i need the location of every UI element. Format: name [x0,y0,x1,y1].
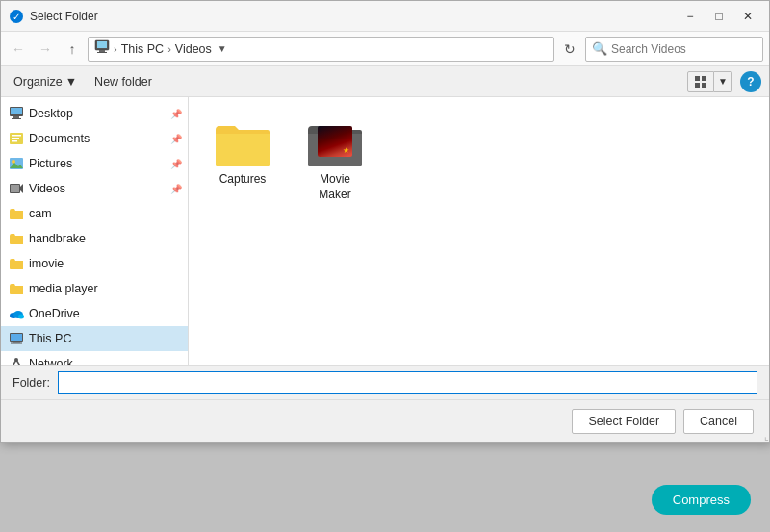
svg-rect-28 [11,334,22,341]
folder-text-input[interactable] [58,371,757,394]
new-folder-label: New folder [94,75,152,89]
onedrive-icon [9,306,24,321]
dialog-icon: ✓ [9,9,24,24]
file-area: Captures ★ Movie Maker [189,97,769,365]
network-icon [9,356,24,365]
maximize-button[interactable]: □ [706,6,732,27]
folder-input-bar: Folder: [1,365,769,399]
dialog-title: Select Folder [30,10,677,23]
sidebar-item-pictures-label: Pictures [29,157,166,170]
back-button[interactable]: ← [7,38,30,61]
svg-point-26 [18,315,24,319]
select-folder-button[interactable]: Select Folder [572,409,676,434]
path-this-pc[interactable]: This PC [121,42,164,56]
folder-item-captures[interactable]: Captures [204,113,281,208]
svg-rect-5 [97,52,107,53]
pin-icon-pictures: 📌 [170,159,182,169]
title-bar: ✓ Select Folder − □ ✕ [1,1,769,32]
sidebar-item-desktop-label: Desktop [29,107,166,120]
folder-item-movie-maker[interactable]: ★ Movie Maker [296,113,373,208]
sidebar-item-videos[interactable]: Videos 📌 [1,176,188,201]
path-sep-1: › [114,43,117,55]
svg-point-19 [12,160,15,164]
cancel-button[interactable]: Cancel [683,409,754,434]
svg-line-34 [12,360,16,365]
captures-folder-icon-wrap [214,118,271,168]
select-folder-dialog: ✓ Select Folder − □ ✕ ← → ↑ › This PC [0,0,770,443]
svg-rect-3 [97,41,107,48]
resize-grip[interactable]: ⌞ [757,430,769,442]
address-bar: ← → ↑ › This PC › Videos ▼ ↻ 🔍 [1,32,769,66]
compress-button[interactable]: Compress [652,485,751,515]
sidebar-item-documents-label: Documents [29,132,166,145]
sidebar-item-network[interactable]: Network [1,351,188,365]
title-bar-controls: − □ ✕ [677,6,761,27]
new-folder-button[interactable]: New folder [90,72,157,91]
minimize-button[interactable]: − [677,6,704,27]
path-bar: › This PC › Videos ▼ [88,37,554,62]
up-button[interactable]: ↑ [61,38,84,61]
svg-rect-17 [12,140,17,142]
captures-label: Captures [219,172,267,188]
path-videos[interactable]: Videos [175,42,212,56]
search-box: 🔍 [585,37,763,62]
sidebar-item-handbrake-label: handbrake [29,232,182,245]
movie-maker-label: Movie Maker [302,172,368,202]
svg-rect-13 [12,118,21,119]
path-dropdown-button[interactable]: ▼ [216,43,229,54]
pin-icon-desktop: 📌 [170,109,182,119]
sidebar-item-media-player[interactable]: media player [1,276,188,301]
sidebar-item-cam-label: cam [29,207,182,220]
sidebar-item-cam[interactable]: cam [1,201,188,226]
sidebar-item-pictures[interactable]: Pictures 📌 [1,151,188,176]
svg-rect-30 [11,343,22,344]
sidebar-item-media-player-label: media player [29,282,182,295]
search-icon: 🔍 [592,41,607,56]
svg-rect-4 [99,50,105,52]
svg-rect-29 [13,342,20,343]
media-player-folder-icon [9,281,24,296]
movie-maker-folder-icon-wrap: ★ [306,118,364,168]
svg-line-35 [16,360,21,365]
forward-button[interactable]: → [34,38,57,61]
path-computer-icon [94,39,110,58]
button-bar: Select Folder Cancel [1,399,769,442]
sidebar-item-network-label: Network [29,357,182,365]
svg-rect-11 [11,108,22,114]
documents-icon [9,131,24,146]
view-dropdown-button[interactable]: ▼ [714,71,732,92]
imovie-folder-icon [9,256,24,271]
svg-rect-7 [702,76,706,81]
nav-tree: Desktop 📌 Documents 📌 [1,97,189,365]
close-button[interactable]: ✕ [734,6,761,27]
svg-rect-15 [12,135,21,137]
path-sep-2: › [167,43,171,55]
view-mode-button[interactable] [687,71,714,92]
this-pc-icon [9,331,24,346]
sidebar-item-imovie[interactable]: imovie [1,251,188,276]
sidebar-item-documents[interactable]: Documents 📌 [1,126,188,151]
svg-text:✓: ✓ [13,12,20,22]
pictures-icon [9,156,24,171]
sidebar-item-this-pc[interactable]: This PC [1,326,188,351]
svg-rect-16 [12,138,19,139]
videos-icon [9,181,24,196]
pin-icon-videos: 📌 [170,184,182,194]
sidebar-item-desktop[interactable]: Desktop 📌 [1,101,188,126]
folder-label: Folder: [13,376,50,390]
svg-rect-8 [695,83,700,88]
sidebar-item-onedrive[interactable]: OneDrive [1,301,188,326]
organize-label: Organize [13,75,63,89]
sidebar-item-handbrake[interactable]: handbrake [1,226,188,251]
help-button[interactable]: ? [740,71,761,92]
organize-dropdown-icon: ▼ [65,75,77,89]
main-content: Desktop 📌 Documents 📌 [1,97,769,365]
organize-button[interactable]: Organize ▼ [9,72,82,91]
view-controls: ▼ [687,71,732,92]
cam-folder-icon [9,206,24,221]
refresh-button[interactable]: ↻ [558,38,581,61]
desktop-icon [9,106,24,121]
sidebar-item-onedrive-label: OneDrive [29,307,182,320]
search-input[interactable] [611,42,757,56]
handbrake-folder-icon [9,231,24,246]
